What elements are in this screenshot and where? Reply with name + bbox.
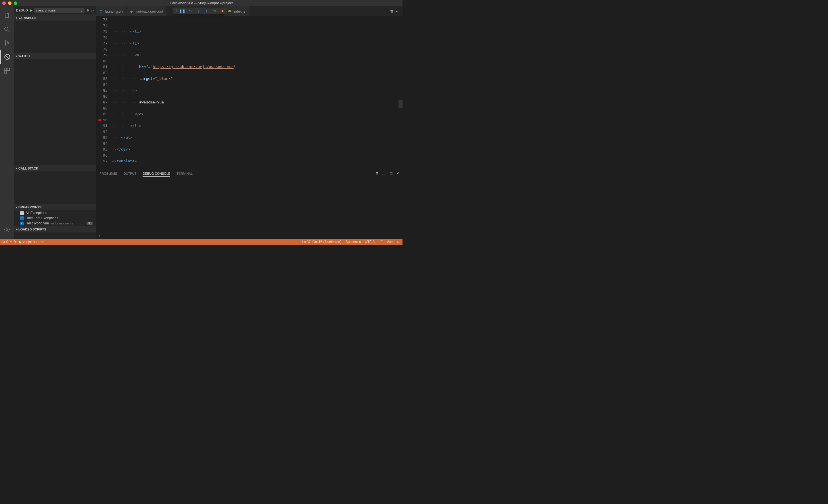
svg-rect-5: [4, 68, 7, 71]
svg-rect-7: [4, 71, 7, 73]
split-editor-icon[interactable]: ◫: [389, 9, 393, 13]
variables-section: ▾ VARIABLES: [14, 14, 96, 53]
panel-tab-output[interactable]: OUTPUT: [123, 171, 136, 176]
checkbox-checked-icon[interactable]: [20, 222, 24, 225]
window-controls: [2, 1, 17, 5]
breakpoint-label: All Exceptions: [26, 211, 47, 215]
debug-floating-toolbar: ⠿ ❚❚ ↷ ↓ ↑ ⟲ ■: [172, 7, 226, 14]
variables-title: VARIABLES: [18, 16, 37, 19]
step-over-icon[interactable]: ↷: [188, 9, 193, 13]
tab-launch-json[interactable]: ⚙ launch.json: [96, 6, 126, 16]
clear-console-icon[interactable]: ≣: [376, 172, 378, 176]
callstack-body: [14, 172, 96, 204]
debug-console-body[interactable]: [96, 178, 403, 232]
debug-console-toggle-icon[interactable]: ▭: [91, 9, 94, 12]
prompt-icon: ›: [99, 234, 100, 237]
breakpoint-file-name: HelloWorld.vue: [26, 221, 49, 225]
minimize-window-button[interactable]: [8, 1, 11, 5]
status-errors[interactable]: ⊘0 ⚠0: [2, 240, 15, 244]
panel-tab-debug-console[interactable]: DEBUG CONSOLE: [142, 171, 170, 177]
activity-bar: [0, 6, 14, 239]
tab-webpack-conf[interactable]: ◆ webpack.dev.conf: [126, 6, 167, 16]
chevron-down-icon: ▾: [16, 206, 17, 209]
editor-tabs: ⚙ launch.json ◆ webpack.dev.conf JS inde…: [96, 6, 403, 16]
pause-icon[interactable]: ❚❚: [180, 9, 184, 13]
start-debug-icon[interactable]: ▶: [30, 8, 33, 12]
breakpoint-all-exceptions[interactable]: All Exceptions: [14, 210, 96, 216]
close-window-button[interactable]: [2, 1, 6, 5]
status-debug-target[interactable]: ▶ vuejs: chrome: [19, 240, 44, 244]
watch-section: ▾ WATCH: [14, 53, 96, 165]
status-cursor[interactable]: Ln 87, Col 15 (7 selected): [302, 240, 341, 244]
status-encoding[interactable]: UTF-8: [365, 240, 375, 244]
debug-sidebar: DEBUG ▶ vuejs: chrome ⌄ ⚙ ▭ ▾ VARIABLES …: [14, 6, 96, 239]
panel-tab-problems[interactable]: PROBLEMS: [99, 171, 117, 176]
more-actions-icon[interactable]: ⋯: [396, 9, 400, 13]
breakpoints-header[interactable]: ▾ BREAKPOINTS: [14, 204, 96, 210]
dropdown-icon: ⌄: [80, 9, 83, 12]
tab-index-js[interactable]: JS index.js: [224, 6, 249, 16]
warning-icon: ⚠: [9, 240, 13, 244]
step-out-icon[interactable]: ↑: [204, 9, 209, 13]
play-icon: ▶: [19, 240, 22, 244]
drag-handle-icon[interactable]: ⠿: [174, 9, 176, 13]
editor-actions: ◫ ⋯: [387, 6, 403, 16]
variables-header[interactable]: ▾ VARIABLES: [14, 15, 96, 21]
bottom-panel: PROBLEMS OUTPUT DEBUG CONSOLE TERMINAL ≣…: [96, 169, 403, 239]
close-panel-icon[interactable]: ✕: [397, 172, 399, 176]
tab-label: index.js: [234, 9, 245, 13]
extensions-icon[interactable]: [0, 64, 14, 78]
callstack-title: CALL STACK: [18, 167, 38, 170]
panel-tab-terminal[interactable]: TERMINAL: [176, 171, 193, 176]
collapse-panel-icon[interactable]: ︿: [382, 172, 385, 176]
debug-config-select[interactable]: vuejs: chrome ⌄: [34, 8, 85, 13]
breakpoint-uncaught-exceptions[interactable]: Uncaught Exceptions: [14, 216, 96, 221]
configure-icon[interactable]: ⚙: [86, 9, 89, 12]
status-eol[interactable]: LF: [379, 240, 383, 244]
maximize-panel-icon[interactable]: ◫: [389, 172, 392, 176]
status-language[interactable]: Vue: [387, 240, 393, 244]
explorer-icon[interactable]: [0, 9, 14, 22]
settings-icon[interactable]: [0, 223, 14, 236]
checkbox-checked-icon[interactable]: [20, 216, 24, 220]
minimap-thumb[interactable]: [399, 100, 403, 108]
debug-icon[interactable]: [0, 50, 14, 64]
debug-console-input: ›: [96, 232, 403, 239]
status-bar: ⊘0 ⚠0 ▶ vuejs: chrome Ln 87, Col 15 (7 s…: [0, 239, 403, 245]
chevron-down-icon: ▾: [16, 167, 17, 170]
search-icon[interactable]: [0, 22, 14, 36]
tab-label: launch.json: [105, 9, 123, 13]
stop-icon[interactable]: ■: [220, 9, 225, 13]
loaded-scripts-title: LOADED SCRIPTS: [18, 228, 46, 231]
breakpoints-body: All Exceptions Uncaught Exceptions Hello…: [14, 210, 96, 226]
svg-point-3: [8, 43, 9, 44]
code-content[interactable]: │···│···</li> │···│···<li> │···│···│·<a …: [112, 16, 403, 169]
svg-point-1: [5, 41, 6, 42]
svg-point-2: [5, 45, 6, 46]
restart-icon[interactable]: ⟲: [212, 9, 217, 13]
chevron-down-icon: ▾: [16, 17, 17, 19]
breakpoint-file-path: src/components: [51, 222, 73, 225]
panel-actions: ≣ ︿ ◫ ✕: [376, 172, 399, 176]
step-into-icon[interactable]: ↓: [196, 9, 201, 13]
maximize-window-button[interactable]: [14, 1, 17, 5]
checkbox-unchecked-icon[interactable]: [20, 211, 24, 215]
webpack-file-icon: ◆: [130, 9, 134, 13]
feedback-icon[interactable]: ☺: [397, 240, 400, 244]
code-editor[interactable]: 7374757677787980818283848586878889 90 91…: [96, 16, 403, 169]
panel-tabs: PROBLEMS OUTPUT DEBUG CONSOLE TERMINAL ≣…: [96, 169, 403, 178]
tab-label: webpack.dev.conf: [136, 9, 163, 13]
watch-header[interactable]: ▾ WATCH: [14, 53, 96, 59]
svg-point-8: [6, 229, 8, 230]
breakpoint-file[interactable]: HelloWorld.vue src/components 90: [14, 221, 96, 226]
status-indent[interactable]: Spaces: 4: [345, 240, 361, 244]
minimap[interactable]: [399, 16, 403, 169]
callstack-section: ▾ CALL STACK: [14, 165, 96, 204]
callstack-header[interactable]: ▾ CALL STACK: [14, 165, 96, 172]
loaded-scripts-header[interactable]: ▾ LOADED SCRIPTS: [14, 226, 96, 232]
breakpoint-label: Uncaught Exceptions: [26, 216, 58, 220]
chevron-down-icon: ▾: [16, 55, 17, 57]
source-control-icon[interactable]: [0, 36, 14, 50]
chevron-right-icon: ▾: [15, 229, 18, 230]
vscode-window: HelloWorld.vue — vuejs-webpack-project: [0, 0, 403, 245]
